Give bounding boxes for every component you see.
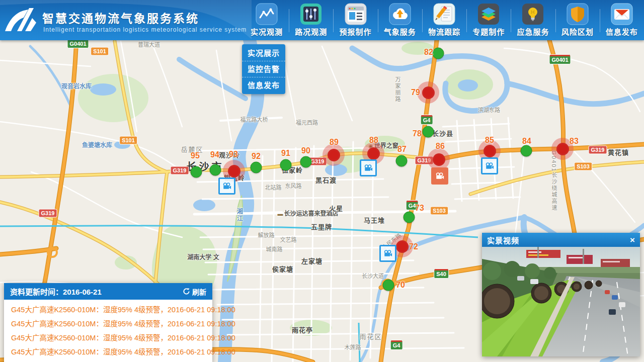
map-marker-91[interactable]	[280, 159, 292, 171]
nav-label: 实况观测	[251, 26, 283, 37]
alert-marker-core	[328, 149, 340, 161]
video-camera-glyph	[364, 164, 373, 171]
highway-video-still	[482, 247, 640, 356]
normal-marker-dot	[423, 126, 434, 138]
nav-item-risk-zoning[interactable]: 风险区划	[555, 0, 600, 40]
refresh-icon	[183, 288, 190, 295]
nav-label: 气象服务	[384, 26, 416, 37]
map-marker-70[interactable]	[383, 280, 394, 291]
alert-row[interactable]: G45大广高速K2560-010M：湿度95% 4级预警，2016-06-21 …	[4, 345, 212, 359]
alert-marker-core	[484, 145, 496, 157]
map-marker-78[interactable]	[423, 126, 434, 138]
normal-marker-dot	[404, 212, 415, 223]
normal-marker-dot	[396, 155, 408, 167]
normal-marker-dot	[280, 159, 292, 171]
app-title: 智慧交通物流气象服务系统	[42, 9, 199, 26]
live-video-frame	[482, 247, 640, 356]
map-marker-90[interactable]	[300, 156, 312, 168]
camera-icon[interactable]	[379, 245, 396, 262]
normal-marker-dot	[521, 145, 532, 157]
video-panel-header: 实景视频 ×	[482, 233, 640, 247]
camera-icon[interactable]	[481, 157, 498, 174]
nav-item-forecast-making[interactable]: 预报制作	[333, 0, 377, 40]
alert-marker-core	[228, 165, 240, 177]
nav-label: 预报制作	[340, 26, 372, 37]
alert-list: G45大广高速K2560-010M：湿度95% 4级预警，2016-06-21 …	[4, 300, 212, 362]
bulb-icon	[522, 3, 544, 25]
layers-icon	[477, 3, 500, 25]
alert-marker-core	[556, 143, 569, 155]
app-subtitle: Intelligent transportation logistics met…	[43, 26, 247, 33]
map-marker-79[interactable]	[417, 81, 439, 104]
nav-label: 应急服务	[517, 26, 549, 37]
video-panel-title: 实景视频	[487, 235, 630, 245]
video-camera-glyph	[383, 250, 392, 257]
map-marker-82[interactable]	[433, 48, 444, 59]
map-marker-83[interactable]	[551, 138, 574, 160]
road-shield-g0401: G0401	[549, 54, 571, 64]
road-shield-s101: S101	[91, 47, 109, 56]
nav-item-weather-service[interactable]: 气象服务	[378, 0, 422, 40]
alert-marker-halo	[323, 144, 345, 166]
map-marker-84[interactable]	[521, 145, 532, 157]
nav-item-emergency-service[interactable]: 应急服务	[511, 0, 555, 40]
road-shield-g4: G4	[406, 200, 419, 210]
refresh-button[interactable]: 刷新	[183, 287, 206, 297]
mail-icon	[611, 3, 633, 25]
alert-row[interactable]: G45大广高速K2560-010M：湿度95% 4级预警，2016-06-21 …	[4, 317, 212, 331]
alert-panel-header: 资料更新时间：2016-06-21 刷新	[4, 283, 212, 300]
submenu-item-info-release[interactable]: 信息发布	[242, 77, 285, 93]
cloud-upload-icon	[389, 3, 411, 25]
map-marker-87[interactable]	[396, 155, 408, 167]
map-marker-94[interactable]	[210, 164, 221, 176]
submenu-item-monitor-alarm[interactable]: 监控告警	[242, 61, 285, 77]
refresh-label: 刷新	[192, 287, 206, 297]
browser-icon	[345, 3, 367, 25]
shield-icon	[567, 3, 589, 25]
app-header: 智慧交通物流气象服务系统 Intelligent transportation …	[0, 0, 644, 40]
nav-label: 风险区划	[561, 26, 594, 37]
map-marker-92[interactable]	[251, 162, 262, 173]
normal-marker-dot	[191, 166, 202, 178]
submenu-item-live-display[interactable]: 实况展示	[242, 45, 285, 61]
realtime-submenu: 实况展示 监控告警 信息发布	[242, 44, 285, 94]
map-marker-89[interactable]	[323, 144, 345, 166]
normal-marker-dot	[251, 162, 262, 173]
live-video-panel: 实景视频 ×	[482, 233, 640, 356]
road-shield-s103: S103	[430, 207, 448, 215]
alert-marker-core	[367, 147, 380, 160]
road-shield-s103: S103	[574, 162, 592, 171]
road-shield-g319: G319	[171, 166, 189, 175]
alert-marker-halo	[551, 138, 574, 160]
nav-item-logistics-tracking[interactable]: 物流跟踪	[422, 0, 466, 40]
map-marker-95[interactable]	[191, 166, 202, 178]
nav-item-realtime-observation[interactable]: 实况观测	[245, 0, 289, 40]
road-shield-g319: G319	[39, 209, 57, 218]
nav-item-topic-making[interactable]: 专题制作	[466, 0, 511, 40]
road-shield-g4: G4	[390, 340, 403, 350]
camera-icon[interactable]	[218, 177, 235, 195]
camera-icon[interactable]	[360, 159, 377, 176]
pencil-note-icon	[433, 3, 455, 25]
close-icon[interactable]: ×	[630, 236, 635, 244]
nav-item-info-release[interactable]: 信息发布	[600, 0, 644, 40]
nav-label: 专题制作	[472, 26, 505, 37]
camera-icon[interactable]	[431, 167, 448, 185]
video-camera-glyph	[485, 162, 494, 169]
app-logo-icon	[3, 4, 39, 36]
line-chart-icon	[256, 3, 278, 25]
main-nav: 实况观测 路况观测	[245, 0, 644, 40]
alert-row[interactable]: G45大广高速K2560-010M：湿度95% 4级预警，2016-06-21 …	[4, 303, 212, 317]
alert-row[interactable]: G45大广高速K2560-010M：湿度95% 4级预警，2016-06-21 …	[4, 331, 212, 345]
video-camera-glyph	[435, 172, 444, 179]
nav-label: 物流跟踪	[428, 26, 460, 37]
nav-item-road-observation[interactable]: 路况观测	[289, 0, 333, 40]
alert-marker-core	[433, 153, 445, 166]
update-time-label: 资料更新时间：2016-06-21	[10, 286, 183, 297]
road-shield-s40: S40	[434, 268, 449, 279]
sliders-icon	[300, 3, 322, 25]
map-marker-73[interactable]	[404, 212, 415, 223]
normal-marker-dot	[433, 48, 444, 59]
alert-marker-halo	[417, 81, 439, 104]
alert-marker-core	[422, 86, 435, 99]
